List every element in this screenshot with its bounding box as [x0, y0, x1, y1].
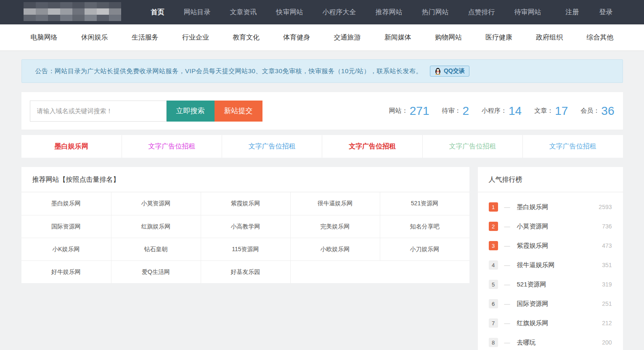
recommended-sites-panel: 推荐网站【按照点击量排名】 墨白娱乐网小莫资源网紫霞娱乐网很牛逼娱乐网521资源… [21, 167, 469, 283]
nav-item-8[interactable]: 待审网站 [505, 0, 551, 24]
rank-trend-dash: — [504, 281, 510, 288]
site-link[interactable]: 小高教学网 [201, 215, 290, 238]
site-link[interactable]: 好基友乐园 [201, 260, 290, 283]
rank-row: 5—521资源网319 [478, 275, 623, 294]
login-link[interactable]: 登录 [589, 0, 623, 24]
logo-pixel [24, 15, 36, 21]
rank-trend-dash: — [504, 242, 510, 249]
qq-penguin-icon [435, 68, 441, 75]
text-ad-link-5[interactable]: 文字广告位招租 [522, 135, 623, 158]
logo-pixel [48, 15, 60, 21]
site-link[interactable]: 小欧娱乐网 [290, 238, 380, 260]
logo-pixel [109, 8, 121, 15]
category-item-10[interactable]: 政府组织 [536, 33, 563, 42]
site-link[interactable]: 国际资源网 [21, 215, 111, 238]
rank-trend-dash: — [504, 223, 510, 230]
stat-value: 271 [410, 104, 429, 118]
stat-value: 36 [601, 104, 614, 118]
logo-pixel [24, 8, 36, 15]
site-link[interactable]: 521资源网 [380, 192, 469, 215]
main-nav: 首页网站目录文章资讯快审网站小程序大全推荐网站热门网站点赞排行待审网站 [141, 0, 551, 24]
search-input[interactable] [30, 101, 167, 122]
nav-item-1[interactable]: 网站目录 [174, 0, 220, 24]
category-item-7[interactable]: 新闻媒体 [384, 33, 411, 42]
search-button[interactable]: 立即搜索 [167, 101, 215, 122]
text-ad-link-3[interactable]: 文字广告位招租 [322, 135, 422, 158]
rank-badge: 1 [489, 202, 498, 212]
logo-pixel [36, 8, 48, 15]
nav-item-7[interactable]: 点赞排行 [458, 0, 505, 24]
site-link[interactable]: 很牛逼娱乐网 [290, 192, 380, 215]
nav-item-6[interactable]: 热门网站 [412, 0, 458, 24]
search-panel: 立即搜索 新站提交 网站：271待审：2小程序：14文章：17会员：36 [21, 92, 623, 130]
category-bar: 电脑网络休闲娱乐生活服务行业企业教育文化体育健身交通旅游新闻媒体购物网站医疗健康… [0, 24, 644, 51]
logo-pixel [97, 15, 109, 21]
announcement-text: 公告：网站目录为广大站长提供免费收录网站服务，VIP会员每天提交网站30、文章3… [35, 67, 422, 75]
text-ad-link-2[interactable]: 文字广告位招租 [222, 135, 322, 158]
qq-chat-button[interactable]: QQ交谈 [430, 66, 469, 77]
site-link[interactable]: 完美娱乐网 [290, 215, 380, 238]
stat-label: 待审： [442, 107, 461, 115]
category-item-3[interactable]: 行业企业 [182, 33, 209, 42]
rank-site-link[interactable]: 521资源网 [517, 281, 546, 289]
text-ad-link-1[interactable]: 文字广告位招租 [122, 135, 222, 158]
site-link[interactable]: 红旗娱乐网 [111, 215, 201, 238]
nav-item-4[interactable]: 小程序大全 [313, 0, 366, 24]
rank-site-link[interactable]: 国际资源网 [517, 300, 549, 308]
logo-pixel [85, 15, 97, 21]
site-logo[interactable] [24, 2, 121, 21]
rank-row: 1—墨白娱乐网2593 [478, 197, 623, 217]
rank-click-count: 736 [602, 223, 612, 230]
category-item-8[interactable]: 购物网站 [435, 33, 462, 42]
stat-4: 会员：36 [580, 104, 614, 118]
rank-site-link[interactable]: 小莫资源网 [517, 223, 549, 231]
text-ad-link-4[interactable]: 文字广告位招租 [422, 135, 522, 158]
site-link[interactable]: 好牛娱乐网 [21, 260, 111, 283]
site-link[interactable]: 小K娱乐网 [21, 238, 111, 260]
logo-pixel [48, 8, 60, 15]
nav-item-2[interactable]: 文章资讯 [220, 0, 267, 24]
category-item-5[interactable]: 体育健身 [283, 33, 310, 42]
category-item-6[interactable]: 交通旅游 [334, 33, 361, 42]
category-item-1[interactable]: 休闲娱乐 [81, 33, 108, 42]
rank-trend-dash: — [504, 300, 510, 307]
popularity-ranking-title: 人气排行榜 [478, 167, 623, 192]
logo-pixel [60, 2, 72, 8]
site-link[interactable]: 钻石皇朝 [111, 238, 201, 260]
register-link[interactable]: 注册 [556, 0, 589, 24]
rank-site-link[interactable]: 很牛逼娱乐网 [517, 261, 555, 269]
popularity-ranking-panel: 人气排行榜 1—墨白娱乐网25932—小莫资源网7363—紫霞娱乐网4734—很… [478, 167, 623, 350]
category-item-11[interactable]: 综合其他 [586, 33, 613, 42]
site-link[interactable]: 小刀娱乐网 [380, 238, 469, 260]
site-link[interactable]: 爱Q生活网 [111, 260, 201, 283]
rank-site-link[interactable]: 去哪玩 [517, 339, 536, 347]
nav-item-5[interactable]: 推荐网站 [366, 0, 412, 24]
logo-pixel [60, 8, 72, 15]
logo-pixel [72, 2, 85, 8]
submit-site-button[interactable]: 新站提交 [215, 101, 262, 122]
rank-click-count: 319 [602, 281, 612, 288]
site-link[interactable]: 115资源网 [201, 238, 290, 260]
category-item-0[interactable]: 电脑网络 [31, 33, 58, 42]
site-link[interactable]: 小莫资源网 [111, 192, 201, 215]
logo-pixel [109, 2, 121, 8]
announcement-bar: 公告：网站目录为广大站长提供免费收录网站服务，VIP会员每天提交网站30、文章3… [21, 59, 623, 83]
stat-value: 17 [555, 104, 568, 118]
recommended-sites-grid: 墨白娱乐网小莫资源网紫霞娱乐网很牛逼娱乐网521资源网国际资源网红旗娱乐网小高教… [21, 192, 469, 283]
nav-item-0[interactable]: 首页 [141, 0, 174, 24]
rank-site-link[interactable]: 紫霞娱乐网 [517, 242, 549, 250]
text-ad-link-0[interactable]: 墨白娱乐网 [21, 135, 122, 158]
category-item-4[interactable]: 教育文化 [233, 33, 260, 42]
rank-click-count: 200 [602, 339, 612, 346]
nav-item-3[interactable]: 快审网站 [267, 0, 313, 24]
site-link[interactable]: 知名分享吧 [380, 215, 469, 238]
stat-label: 小程序： [482, 107, 507, 115]
category-item-2[interactable]: 生活服务 [132, 33, 159, 42]
stat-label: 文章： [534, 107, 553, 115]
site-stats: 网站：271待审：2小程序：14文章：17会员：36 [376, 104, 615, 118]
site-link[interactable]: 紫霞娱乐网 [201, 192, 290, 215]
rank-site-link[interactable]: 红旗娱乐网 [517, 319, 549, 327]
rank-site-link[interactable]: 墨白娱乐网 [517, 203, 549, 211]
site-link[interactable]: 墨白娱乐网 [21, 192, 111, 215]
category-item-9[interactable]: 医疗健康 [485, 33, 512, 42]
